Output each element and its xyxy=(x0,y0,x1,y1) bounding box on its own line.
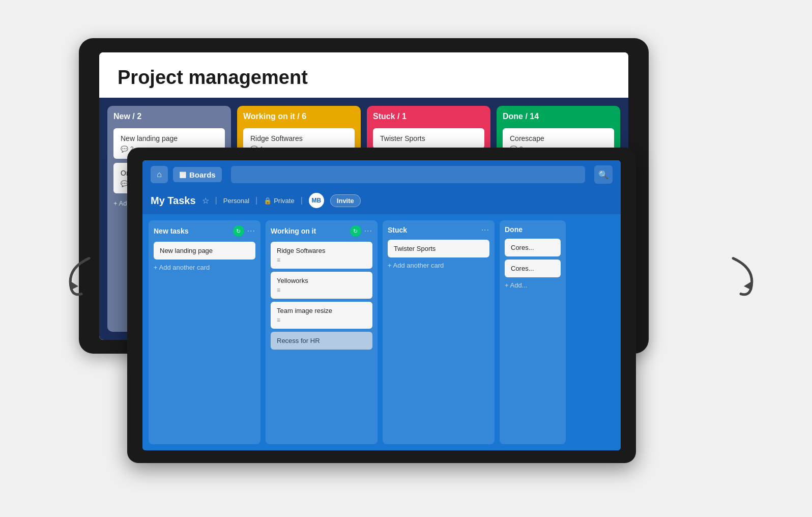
dots-menu-working[interactable]: ··· xyxy=(364,226,372,236)
fk-col-stuck: Stuck ··· Twister Sports + Add another c… xyxy=(383,220,495,444)
comment-icon: 💬 xyxy=(121,146,128,153)
dots-menu-new[interactable]: ··· xyxy=(247,226,255,236)
front-nav-bar: ⌂ ▦ Boards 🔍 xyxy=(142,160,621,189)
fk-col-new-tasks: New tasks ↻ ··· New landing page + Add a… xyxy=(149,220,260,444)
search-icon: 🔍 xyxy=(598,170,608,180)
invite-button[interactable]: Invite xyxy=(330,194,361,207)
fk-col-title-stuck: Stuck xyxy=(388,226,407,234)
fk-card-ridge[interactable]: Ridge Softwares ≡ xyxy=(271,242,372,269)
fk-col-header-done: Done xyxy=(505,225,561,234)
card-text: Twister Sports xyxy=(380,134,425,142)
star-icon[interactable]: ☆ xyxy=(202,196,209,206)
fk-col-actions-working: ↻ ··· xyxy=(350,225,372,237)
fk-card-recess[interactable]: Recess for HR xyxy=(271,332,372,350)
fk-col-header-new: New tasks ↻ ··· xyxy=(154,225,255,237)
fk-col-done: Done Cores... Cores... + Add... xyxy=(500,220,566,444)
personal-label: Personal xyxy=(223,197,249,205)
fk-col-title-working: Working on it xyxy=(271,227,316,235)
kb-col-done-header: Done / 14 xyxy=(503,112,614,121)
boards-button[interactable]: ▦ Boards xyxy=(173,167,222,182)
refresh-icon-new[interactable]: ↻ xyxy=(233,225,244,237)
fk-card-team-image[interactable]: Team image resize ≡ xyxy=(271,302,372,329)
card-title: Recess for HR xyxy=(277,337,320,344)
lock-icon: 🔒 xyxy=(264,197,272,205)
card-title: Team image resize xyxy=(277,307,332,314)
kb-col-new-header: New / 2 xyxy=(113,112,225,121)
board-title: My Tasks xyxy=(151,195,196,207)
card-title: Cores... xyxy=(511,244,534,251)
private-label: Private xyxy=(274,197,294,205)
separator-2: | xyxy=(255,196,257,205)
fk-col-actions-stuck: ··· xyxy=(481,225,489,235)
fk-col-working-on-it: Working on it ↻ ··· Ridge Softwares ≡ Ye… xyxy=(266,220,378,444)
back-page-title: Project management xyxy=(118,67,308,88)
home-button[interactable]: ⌂ xyxy=(151,166,168,183)
search-bar[interactable] xyxy=(231,166,585,183)
card-lines-icon: ≡ xyxy=(277,256,366,264)
search-button[interactable]: 🔍 xyxy=(594,165,613,184)
kb-col-working-header: Working on it / 6 xyxy=(243,112,355,121)
card-title: New landing page xyxy=(160,247,213,254)
card-text: Corescape xyxy=(510,134,544,142)
arrow-left-icon[interactable] xyxy=(61,253,97,306)
fk-card-twister[interactable]: Twister Sports xyxy=(388,240,489,257)
card-title: Cores... xyxy=(511,265,534,272)
refresh-icon-working[interactable]: ↻ xyxy=(350,225,361,237)
add-another-card-done[interactable]: + Add... xyxy=(505,281,561,289)
fk-card-done-2[interactable]: Cores... xyxy=(505,260,561,277)
tablet-front-screen: ⌂ ▦ Boards 🔍 My Tasks ☆ | Personal | 🔒 P… xyxy=(142,160,621,450)
home-icon: ⌂ xyxy=(157,170,162,179)
private-tag: 🔒 Private xyxy=(264,197,294,205)
boards-icon: ▦ xyxy=(179,170,186,179)
user-avatar: MB xyxy=(309,193,324,208)
separator-1: | xyxy=(215,196,217,205)
kb-col-stuck-header: Stuck / 1 xyxy=(373,112,484,121)
card-lines-icon: ≡ xyxy=(277,317,366,324)
svg-marker-1 xyxy=(744,281,752,290)
separator-3: | xyxy=(301,196,303,205)
front-header-bar: My Tasks ☆ | Personal | 🔒 Private | MB I… xyxy=(142,189,621,214)
tablet-front: ⌂ ▦ Boards 🔍 My Tasks ☆ | Personal | 🔒 P… xyxy=(127,148,636,463)
fk-col-actions-new: ↻ ··· xyxy=(233,225,255,237)
fk-card-new-landing[interactable]: New landing page xyxy=(154,242,255,260)
card-title: Ridge Softwares xyxy=(277,247,325,254)
add-another-card-stuck[interactable]: + Add another card xyxy=(388,262,489,269)
fk-col-title-done: Done xyxy=(505,225,523,234)
arrow-right-icon[interactable] xyxy=(726,253,761,306)
add-another-card-new[interactable]: + Add another card xyxy=(154,264,255,271)
dots-menu-stuck[interactable]: ··· xyxy=(481,225,489,235)
boards-label: Boards xyxy=(189,170,216,179)
avatar-initials: MB xyxy=(311,197,321,204)
card-title: Yelloworks xyxy=(277,277,308,284)
card-title: Twister Sports xyxy=(394,245,436,252)
svg-marker-0 xyxy=(70,281,78,290)
kb-card-stuck-1: Twister Sports xyxy=(373,128,484,149)
card-text: Ridge Softwares xyxy=(250,134,303,142)
fk-col-header-stuck: Stuck ··· xyxy=(388,225,489,235)
fk-col-title-new: New tasks xyxy=(154,227,188,235)
front-kanban-board: New tasks ↻ ··· New landing page + Add a… xyxy=(142,214,621,450)
fk-card-yelloworks[interactable]: Yelloworks ≡ xyxy=(271,272,372,299)
fk-card-done-1[interactable]: Cores... xyxy=(505,239,561,256)
back-header: Project management xyxy=(99,52,628,98)
personal-tag: Personal xyxy=(223,197,249,205)
fk-col-header-working: Working on it ↻ ··· xyxy=(271,225,372,237)
card-text: New landing page xyxy=(121,134,178,142)
card-lines-icon: ≡ xyxy=(277,286,366,294)
